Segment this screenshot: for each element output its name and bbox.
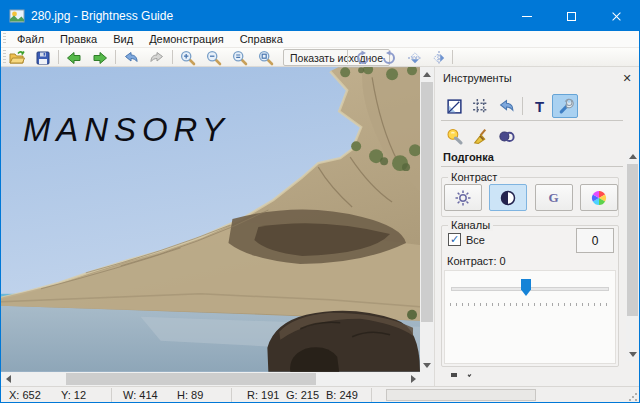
image-horizontal-scrollbar[interactable] [1,372,420,386]
slider-area [444,270,616,364]
title-bar[interactable]: 280.jpg - Brightness Guide [1,1,639,31]
chevron-left-icon [6,375,11,383]
image-canvas[interactable]: MANSORY [1,67,420,372]
status-separator [111,388,112,402]
chevron-down-icon [629,352,637,357]
rotate-counterclockwise-button[interactable] [378,49,400,66]
menu-demonstration[interactable]: Демонстрация [141,33,232,45]
tools-panel-header: Инструменты ✕ [435,67,639,91]
status-progress-panel [386,389,536,401]
menu-view[interactable]: Вид [105,33,141,45]
status-separator [371,388,372,402]
zoom-fit-icon [258,50,274,66]
resize-grip[interactable] [628,392,637,401]
flip-vertical-icon [407,50,423,66]
resize-icon [446,98,463,115]
content-area: MANSORY Инструменты ✕ [1,67,639,386]
color-wheel-icon [590,189,608,207]
contrast-button[interactable] [489,184,527,211]
tools-panel: Инструменты ✕ T [434,67,639,386]
menu-edit[interactable]: Правка [52,33,105,45]
text-tool-button[interactable]: T [526,94,552,118]
wrench-tool-button[interactable] [552,94,578,118]
undo-button[interactable] [120,49,142,66]
channels-group-label: Каналы [448,219,493,231]
flip-horizontal-button[interactable] [428,49,450,66]
save-icon [35,50,51,66]
minimize-icon [522,16,532,17]
back-button[interactable] [63,49,85,66]
contrast-slider-thumb[interactable] [521,279,531,296]
resize-tool-button[interactable] [441,94,467,118]
panel-vertical-scrollbar[interactable] [626,149,639,361]
zoom-out-icon [206,50,222,66]
menu-file[interactable]: Файл [9,33,52,45]
window-title: 280.jpg - Brightness Guide [31,9,173,23]
undo-tool-button[interactable] [493,94,519,118]
flip-vertical-button[interactable] [404,49,426,66]
minimize-button[interactable] [504,1,549,31]
scroll-left-button[interactable] [1,372,15,386]
contrast-value-field[interactable]: 0 [576,228,614,253]
menubar-gripper [3,33,6,45]
close-button[interactable] [594,1,639,31]
tool-buttons-row: T [441,93,578,119]
toolbar: Показать исходное [1,48,639,67]
brush-button[interactable] [467,124,493,148]
panel-scroll-thumb[interactable] [627,164,638,316]
panel-scroll-up-button[interactable] [626,149,639,163]
redo-button[interactable] [146,49,168,66]
vertical-scroll-thumb[interactable] [421,82,433,322]
zoom-fit-button[interactable] [255,49,277,66]
all-channels-row[interactable]: ✓ Все [448,233,485,246]
zoom-actual-size-button[interactable] [229,49,251,66]
chevron-up-icon [423,72,431,77]
toolbar-separator [115,50,116,64]
horizontal-scroll-thumb[interactable] [66,373,316,385]
save-button[interactable] [32,49,54,66]
open-button[interactable] [6,49,28,66]
crop-tool-button[interactable] [467,94,493,118]
gamma-button[interactable]: G [535,184,573,211]
status-separator [231,388,232,402]
undo-icon [123,50,139,66]
back-arrow-icon [66,50,82,66]
menu-help[interactable]: Справка [232,33,291,45]
rotate-clockwise-button[interactable] [352,49,374,66]
maximize-icon [567,12,576,21]
zoom-out-button[interactable] [203,49,225,66]
toolbar-separator [172,50,173,64]
toolbar-separator [452,50,453,64]
panel-scroll-down-button[interactable] [626,347,639,361]
forward-arrow-icon [92,50,108,66]
svg-text:T: T [534,98,543,114]
status-r: R: 191 [247,389,279,401]
panel-close-button[interactable]: ✕ [619,70,635,86]
image-vertical-scrollbar[interactable] [420,67,434,372]
section-title: Подгонка [443,151,494,163]
divider [441,120,623,121]
status-g: G: 215 [286,389,319,401]
optimize-circles-button[interactable] [493,124,519,148]
photo-coastal-cliff: MANSORY [1,67,420,372]
colors-button[interactable] [580,184,618,211]
scroll-up-button[interactable] [420,67,434,81]
zoom-in-button[interactable] [177,49,199,66]
contrast-group: Контраст G [441,177,619,217]
brightness-button[interactable] [444,184,482,211]
gamma-icon: G [549,190,559,206]
undo-arrow-icon [498,98,515,115]
status-h: H: 89 [177,389,203,401]
redo-icon [149,50,165,66]
scrollbar-corner [420,372,434,386]
all-channels-checkbox[interactable]: ✓ [448,233,461,246]
scroll-down-button[interactable] [420,358,434,372]
maximize-button[interactable] [549,1,594,31]
tool-separator [522,97,523,115]
brightness-bulb-button[interactable] [441,124,467,148]
forward-button[interactable] [89,49,111,66]
bulb-icon [446,128,463,145]
rotate-clockwise-icon [355,50,371,66]
scroll-right-button[interactable] [406,372,420,386]
clipped-control [451,373,457,377]
